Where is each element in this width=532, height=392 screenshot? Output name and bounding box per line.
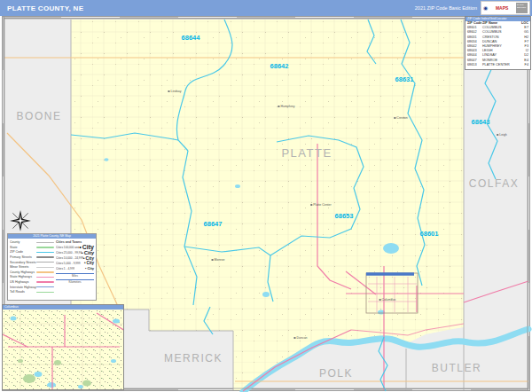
legend-road-label: County Highways	[10, 270, 36, 274]
legend-road-label: Interstate Highways	[10, 286, 36, 289]
inset-canvas	[3, 310, 124, 390]
legend-road-label: Toll Roads	[10, 290, 36, 294]
legend-road-swatch	[36, 242, 54, 243]
legend-road-swatch	[36, 247, 54, 247]
legend-city-sample: City	[85, 266, 94, 270]
legend-panel: 2021 Platte County, NE Map County State	[7, 233, 97, 301]
legend-road-label: Secondary Streets	[10, 261, 36, 264]
legend-road-label: County	[10, 240, 36, 244]
loc-cell: F4	[518, 63, 528, 67]
legend-road-label: US Highways	[10, 280, 36, 284]
inset-map: Columbus	[2, 304, 124, 390]
legend-city-items: Cities 100,000 and Above City Cities 25,…	[56, 245, 94, 271]
legend-road-swatch	[36, 292, 54, 293]
legend-road-label: State	[10, 246, 36, 249]
compass-rose-icon	[9, 210, 32, 233]
scale-bar-km: Kilometers	[56, 279, 94, 284]
scale-bar-miles: Miles	[56, 273, 94, 278]
legend-city-item: Cities 1 - 4,999 City	[56, 266, 94, 271]
map-document: { "header": { "title": "PLATTE COUNTY, N…	[0, 0, 532, 392]
zip-cell: 68653	[467, 63, 482, 67]
legend-road-swatch	[36, 277, 54, 278]
legend-road-swatch	[36, 267, 54, 268]
legend-road-swatch	[36, 271, 54, 272]
legend-city-sample: City	[84, 261, 94, 265]
legend-city-label: Cities 1 - 4,999	[56, 267, 74, 270]
legend-city-label: Cities 5,000 - 9,999	[56, 262, 81, 265]
legend-road-swatch	[36, 286, 54, 287]
legend-road-label: ZIP Code	[10, 250, 36, 254]
zip-table-row: 68653 PLATTE CENTER F4	[466, 63, 530, 67]
legend-city-label: Cities 10,000 - 24,999	[56, 256, 83, 260]
legend-road-label: State Highways	[10, 275, 36, 278]
zip-table-rows: 68601 COLUMBUS E7 68602 COLUMBUS G5 6863…	[466, 26, 530, 67]
legend-road-label: Minor Streets	[10, 265, 36, 269]
legend-road-items: County State ZIP Code Primary St	[8, 239, 56, 296]
legend-road-swatch	[36, 262, 54, 263]
legend-road-swatch	[36, 281, 54, 282]
legend-city-label: Cities 100,000 and Above	[56, 246, 79, 249]
legend-road-swatch	[36, 256, 54, 257]
name-cell: PLATTE CENTER	[482, 63, 518, 67]
legend-city-sample: City	[83, 255, 94, 261]
legend-road-item: Toll Roads	[10, 289, 54, 294]
legend-road-swatch	[36, 252, 54, 253]
legend-road-label: Primary Streets	[10, 255, 36, 259]
legend-city-label: Cities 25,000 - 99,999	[56, 251, 82, 255]
zip-index-table: ZIP Code Index/Grid Locator ZIP Code ZIP…	[465, 16, 531, 70]
